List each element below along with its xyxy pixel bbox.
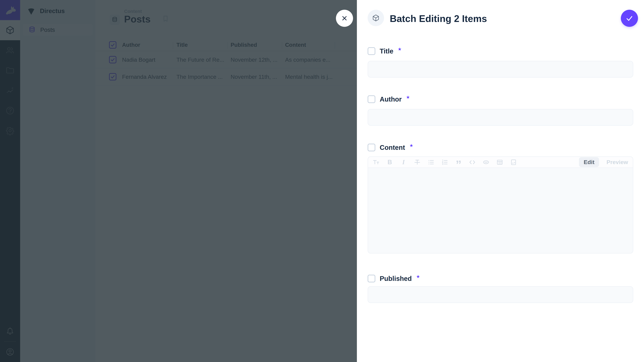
required-star: ★ [406, 95, 410, 100]
field-checkbox-title[interactable] [368, 47, 375, 55]
field-label-text: Title [380, 47, 394, 55]
drawer-header-icon [368, 10, 384, 26]
published-input[interactable] [368, 286, 633, 303]
field-label-text: Author [380, 95, 402, 103]
strikethrough-icon[interactable] [413, 158, 422, 166]
close-drawer-button[interactable] [336, 10, 353, 27]
tab-edit[interactable]: Edit [579, 157, 599, 167]
field-label-author: Author ★ [368, 95, 410, 103]
blockquote-icon[interactable] [454, 158, 463, 166]
numbered-list-icon[interactable] [440, 158, 449, 166]
italic-icon[interactable]: I [399, 158, 408, 166]
field-label-published: Published ★ [368, 274, 420, 283]
author-input[interactable] [368, 109, 633, 126]
heading-icon[interactable] [372, 158, 380, 166]
drawer-overlay[interactable] [0, 0, 357, 362]
field-label-title: Title ★ [368, 47, 402, 55]
tab-preview[interactable]: Preview [606, 159, 628, 165]
link-icon[interactable] [482, 158, 490, 166]
table-icon[interactable] [496, 158, 504, 166]
check-icon [625, 14, 634, 22]
field-checkbox-content[interactable] [368, 144, 375, 151]
field-checkbox-author[interactable] [368, 95, 375, 103]
field-label-text: Content [380, 144, 405, 151]
field-checkbox-published[interactable] [368, 275, 375, 282]
code-icon[interactable] [468, 158, 476, 166]
image-icon[interactable] [509, 158, 518, 166]
required-star: ★ [398, 46, 402, 52]
save-button[interactable] [621, 10, 638, 27]
markdown-textarea[interactable] [368, 168, 633, 254]
editor-toolbar: B I [368, 157, 633, 168]
markdown-editor: B I [368, 156, 633, 254]
field-label-content: Content ★ [368, 143, 413, 152]
required-star: ★ [410, 143, 413, 148]
field-label-text: Published [380, 275, 412, 282]
required-star: ★ [416, 274, 420, 279]
title-input[interactable] [368, 61, 633, 78]
close-icon [340, 14, 348, 22]
bold-icon[interactable]: B [386, 158, 394, 166]
drawer-title: Batch Editing 2 Items [390, 13, 487, 24]
bulleted-list-icon[interactable] [427, 158, 435, 166]
box-icon [372, 14, 380, 22]
batch-edit-drawer: Batch Editing 2 Items Title ★ Author ★ C… [357, 0, 644, 362]
